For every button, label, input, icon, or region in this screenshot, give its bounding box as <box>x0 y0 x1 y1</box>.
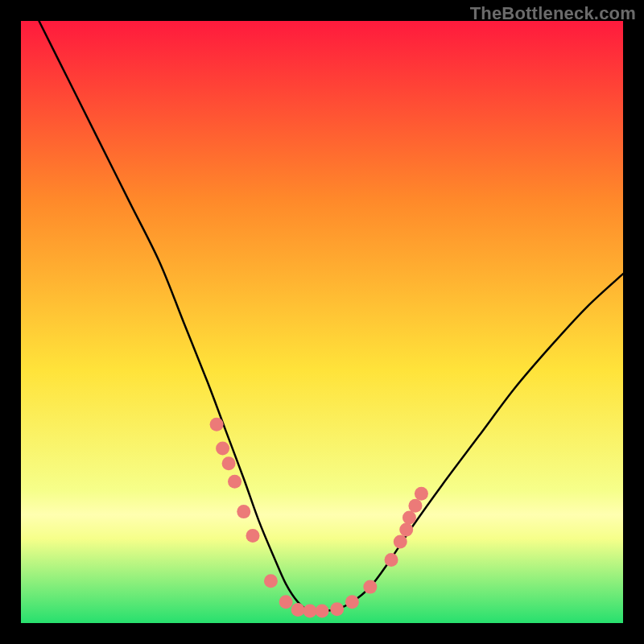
plot-area <box>21 21 623 623</box>
curve-marker <box>228 475 242 489</box>
gradient-background <box>21 21 623 623</box>
curve-marker <box>330 602 344 616</box>
curve-marker <box>216 442 229 456</box>
curve-marker <box>399 523 413 537</box>
curve-marker <box>363 580 377 594</box>
curve-marker <box>279 595 293 609</box>
curve-marker <box>237 505 250 518</box>
curve-marker <box>303 605 317 618</box>
curve-marker <box>345 595 359 609</box>
curve-marker <box>402 511 416 525</box>
curve-marker <box>264 574 278 588</box>
curve-marker <box>210 418 224 431</box>
curve-marker <box>246 529 259 543</box>
curve-marker <box>394 535 407 549</box>
chart-frame: TheBottleneck.com <box>0 0 644 644</box>
curve-marker <box>408 499 422 513</box>
plot-svg <box>21 21 623 623</box>
curve-marker <box>385 553 398 567</box>
curve-marker <box>415 487 428 501</box>
curve-marker <box>222 456 236 470</box>
curve-marker <box>316 605 329 618</box>
curve-marker <box>291 603 305 617</box>
watermark-text: TheBottleneck.com <box>470 3 636 24</box>
